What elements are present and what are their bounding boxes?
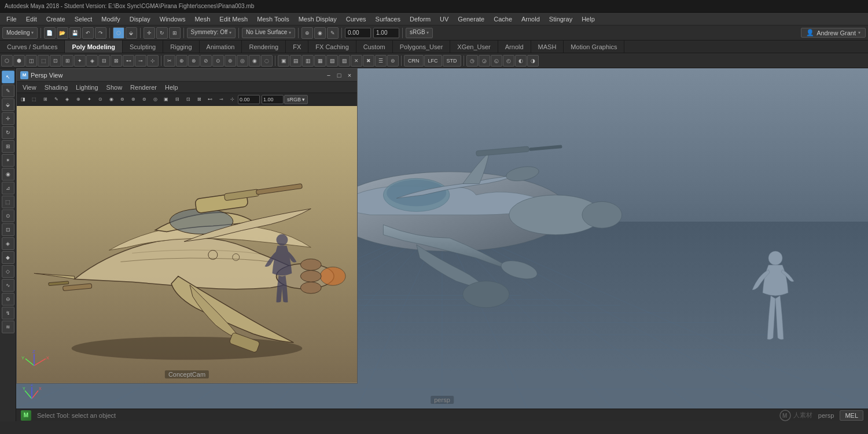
persp-tb-9[interactable]: ◉ (106, 94, 116, 105)
persp-tb-13[interactable]: ◎ (150, 94, 160, 105)
menu-help[interactable]: Help (578, 14, 599, 24)
poly-tool-11[interactable]: ⊷ (123, 55, 134, 67)
poly-tool-26[interactable]: ▦ (314, 55, 326, 67)
persp-tb-2[interactable]: ⬚ (29, 94, 39, 105)
pmenu-lighting[interactable]: Lighting (72, 83, 102, 91)
menu-modify[interactable]: Modify (97, 14, 124, 24)
move-tool-btn[interactable]: ✛ (144, 27, 155, 39)
poly-tool-20[interactable]: ◎ (237, 55, 248, 67)
lasso-select-btn[interactable]: ⬙ (126, 27, 137, 39)
menu-uv[interactable]: UV (436, 14, 453, 24)
menu-mesh-display[interactable]: Mesh Display (295, 14, 341, 24)
poly-tool-22[interactable]: ◌ (261, 55, 273, 67)
persp-tb-17[interactable]: ⊠ (194, 94, 204, 105)
poly-tool-7[interactable]: ✦ (74, 55, 86, 67)
show-manip-btn[interactable]: ⊿ (2, 182, 14, 194)
poly-tool-1[interactable]: ⬡ (1, 55, 13, 67)
sculpt-btn[interactable]: ⊙ (2, 209, 14, 222)
persp-tb-19[interactable]: ⊸ (216, 94, 226, 105)
select-mode-btn[interactable]: ↖ (2, 71, 14, 83)
persp-colorspace-btn[interactable]: sRGB ▾ (284, 95, 308, 104)
std-btn[interactable]: STD (443, 55, 461, 67)
persp-tb-1[interactable]: ◨ (18, 94, 28, 105)
poly-tool-10[interactable]: ⊠ (111, 55, 122, 67)
colorspace-btn[interactable]: sRGB ▾ (406, 28, 433, 38)
pmenu-shading[interactable]: Shading (41, 83, 71, 91)
poly-tool-33[interactable]: ◷ (466, 55, 478, 67)
tab-xgen-user[interactable]: XGen_User (450, 41, 498, 53)
poly-tool-19[interactable]: ⊚ (225, 55, 236, 67)
tab-mash[interactable]: MASH (531, 41, 564, 53)
tab-motion-graphics[interactable]: Motion Graphics (564, 41, 624, 53)
input-field-1[interactable] (345, 28, 371, 38)
persp-tb-15[interactable]: ⊟ (172, 94, 182, 105)
persp-tb-16[interactable]: ⊡ (183, 94, 193, 105)
pmenu-view[interactable]: View (19, 83, 40, 91)
viewport-area[interactable]: .gl{stroke:rgba(80,110,140,0.4);stroke-w… (16, 68, 868, 421)
flare-btn[interactable]: ◇ (2, 265, 14, 278)
twist-btn[interactable]: ↯ (2, 307, 14, 319)
lattice-btn[interactable]: ⊡ (2, 223, 14, 236)
scale-tool-btn[interactable]: ⊞ (169, 27, 181, 39)
poly-tool-36[interactable]: ◴ (503, 55, 514, 67)
no-live-btn[interactable]: No Live Surface ▾ (242, 28, 295, 38)
poly-tool-28[interactable]: ▨ (339, 55, 350, 67)
tab-rigging[interactable]: Rigging (163, 41, 199, 53)
sine-btn[interactable]: ∿ (2, 279, 14, 292)
cluster-btn[interactable]: ◈ (2, 237, 14, 250)
scale-btn[interactable]: ⊞ (2, 140, 14, 153)
poly-tool-25[interactable]: ▥ (302, 55, 314, 67)
persp-tb-10[interactable]: ⊚ (117, 94, 127, 105)
poly-tool-23[interactable]: ▣ (278, 55, 289, 67)
poly-tool-14[interactable]: ✂ (164, 55, 175, 67)
persp-tb-4[interactable]: ✎ (51, 94, 61, 105)
open-file-btn[interactable]: 📂 (57, 27, 68, 39)
poly-tool-8[interactable]: ◈ (86, 55, 98, 67)
rotate-btn[interactable]: ↻ (2, 126, 14, 139)
menu-generate[interactable]: Generate (454, 14, 488, 24)
persp-input1[interactable] (238, 95, 260, 104)
persp-view-window[interactable]: M Persp View − □ × View Shading Lighting… (16, 68, 358, 384)
tab-fx-caching[interactable]: FX Caching (308, 41, 356, 53)
poly-tool-15[interactable]: ⊕ (176, 55, 187, 67)
menu-mesh[interactable]: Mesh (190, 14, 214, 24)
persp-window-titlebar[interactable]: M Persp View − □ × (17, 69, 357, 82)
wave-btn[interactable]: ≋ (2, 321, 14, 333)
paint-select-btn[interactable]: ✎ (2, 84, 14, 97)
poly-tool-3[interactable]: ◫ (25, 55, 37, 67)
paint-btn[interactable]: ✎ (327, 27, 339, 39)
tab-polygons-user[interactable]: Polygons_User (393, 41, 451, 53)
poly-tool-35[interactable]: ◵ (491, 55, 502, 67)
new-file-btn[interactable]: 📄 (44, 27, 56, 39)
persp-input2[interactable] (262, 95, 284, 104)
pmenu-renderer[interactable]: Renderer (127, 83, 160, 91)
poly-tool-31[interactable]: ☰ (375, 55, 387, 67)
persp-maximize-btn[interactable]: □ (335, 71, 343, 79)
persp-tb-14[interactable]: ▣ (161, 94, 171, 105)
poly-tool-27[interactable]: ▧ (326, 55, 338, 67)
tab-fx[interactable]: FX (286, 41, 308, 53)
universal-manip-btn[interactable]: ✴ (2, 154, 14, 167)
pmenu-help[interactable]: Help (161, 83, 182, 91)
menu-curves[interactable]: Curves (342, 14, 370, 24)
soft-mod-btn[interactable]: ◉ (2, 168, 14, 181)
move-btn[interactable]: ✛ (2, 112, 14, 125)
poly-tool-37[interactable]: ◐ (515, 55, 527, 67)
tab-sculpting[interactable]: Sculpting (123, 41, 163, 53)
undo-btn[interactable]: ↶ (82, 27, 94, 39)
poly-tool-9[interactable]: ⊟ (98, 55, 110, 67)
persp-tb-12[interactable]: ⊜ (139, 94, 149, 105)
user-account-btn[interactable]: 👤 Andrew Grant ▾ (801, 28, 866, 38)
poly-tool-6[interactable]: ⊞ (62, 55, 73, 67)
menu-deform[interactable]: Deform (406, 14, 435, 24)
select-tool-btn[interactable]: ⬡ (113, 27, 124, 39)
persp-tb-6[interactable]: ⊕ (73, 94, 83, 105)
squash-btn[interactable]: ⊖ (2, 293, 14, 306)
persp-tb-20[interactable]: ⊹ (227, 94, 237, 105)
menu-display[interactable]: Display (126, 14, 155, 24)
persp-canvas[interactable]: X Y Z ConceptCam (17, 106, 357, 383)
menu-cache[interactable]: Cache (490, 14, 516, 24)
redo-btn[interactable]: ↷ (95, 27, 106, 39)
menu-select[interactable]: Select (71, 14, 97, 24)
poly-tool-30[interactable]: ✖ (363, 55, 374, 67)
